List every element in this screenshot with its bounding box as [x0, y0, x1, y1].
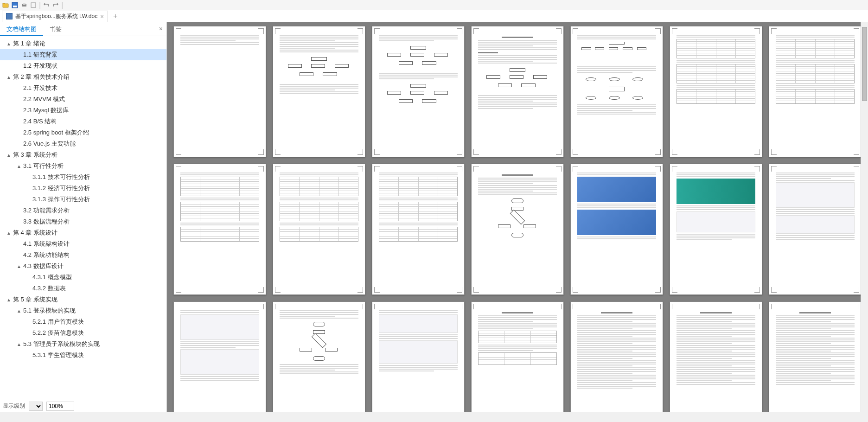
level-select[interactable] — [29, 402, 43, 411]
outline-item[interactable]: 3.2 功能需求分析 — [0, 205, 166, 216]
new-tab-button[interactable]: + — [110, 11, 121, 22]
outline-item[interactable]: ▲第 3 章 系统分析 — [0, 149, 166, 160]
page-thumbnail[interactable] — [670, 164, 762, 295]
outline-item[interactable]: 4.3.1 概念模型 — [0, 272, 166, 283]
page-thumbnail[interactable] — [372, 301, 465, 412]
page-thumbnail[interactable] — [769, 26, 862, 157]
page-thumbnail[interactable] — [471, 26, 564, 157]
save-icon[interactable] — [11, 1, 19, 9]
outline-item[interactable]: 3.1.3 操作可行性分析 — [0, 194, 166, 205]
outline-item[interactable]: ▲第 5 章 系统实现 — [0, 294, 166, 305]
outline-item[interactable]: 1.2 开发现状 — [0, 60, 166, 71]
page-thumbnail[interactable] — [173, 301, 266, 412]
page-thumbnail[interactable] — [273, 26, 365, 157]
sidebar-close-icon[interactable]: × — [159, 25, 163, 32]
zoom-input[interactable] — [46, 402, 74, 411]
outline-item[interactable]: 2.2 MVVM 模式 — [0, 94, 166, 105]
tab-close-icon[interactable]: × — [100, 13, 104, 20]
page-thumbnail[interactable] — [570, 301, 663, 412]
outline-item[interactable]: 2.6 Vue.js 主要功能 — [0, 138, 166, 149]
outline-item[interactable]: 5.2.2 疫苗信息模块 — [0, 327, 166, 339]
outline-item[interactable]: 3.1.1 技术可行性分析 — [0, 172, 166, 183]
outline-item[interactable]: 4.2 系统功能结构 — [0, 249, 166, 261]
outline-item[interactable]: 2.1 开发技术 — [0, 83, 166, 94]
sidebar-footer: 显示级别 — [0, 400, 166, 412]
vertical-scrollbar[interactable] — [861, 22, 868, 412]
outline-item[interactable]: 1.1 研究背景 — [0, 49, 166, 60]
page-thumbnail[interactable] — [570, 164, 663, 295]
page-thumbnail[interactable] — [570, 26, 663, 157]
outline-sidebar: 文档结构图 书签 × ▲第 1 章 绪论1.1 研究背景1.2 开发现状▲第 2… — [0, 22, 167, 412]
page-thumbnail[interactable] — [670, 26, 762, 157]
page-thumbnail[interactable] — [769, 301, 862, 412]
page-thumbnail[interactable] — [670, 301, 762, 412]
preview-icon[interactable] — [30, 1, 37, 9]
outline-tree: ▲第 1 章 绪论1.1 研究背景1.2 开发现状▲第 2 章 相关技术介绍2.… — [0, 36, 166, 400]
main-toolbar: | | — [0, 0, 868, 10]
page-thumbnail[interactable] — [372, 26, 465, 157]
doc-icon — [6, 13, 13, 19]
outline-item[interactable]: ▲3.1 可行性分析 — [0, 160, 166, 172]
file-tabs-bar: 基于springboo...服务系统 LW.doc × + — [0, 10, 868, 22]
outline-item[interactable]: 3.3 数据流程分析 — [0, 216, 166, 227]
sidebar-tabs: 文档结构图 书签 × — [0, 22, 166, 36]
svg-rect-1 — [13, 6, 17, 7]
undo-icon[interactable] — [43, 1, 50, 9]
scrollbar-thumb[interactable] — [862, 27, 867, 101]
outline-item[interactable]: ▲4.3 数据库设计 — [0, 261, 166, 272]
outline-item[interactable]: 2.5 spring boot 框架介绍 — [0, 127, 166, 138]
outline-item[interactable]: ▲5.3 管理员子系统模块的实现 — [0, 339, 166, 350]
outline-item[interactable]: ▲第 2 章 相关技术介绍 — [0, 71, 166, 83]
outline-item[interactable]: 5.2.1 用户首页模块 — [0, 316, 166, 327]
outline-item[interactable]: ▲第 4 章 系统设计 — [0, 227, 166, 238]
outline-item[interactable]: 2.4 B/S 结构 — [0, 116, 166, 127]
file-tab-active[interactable]: 基于springboo...服务系统 LW.doc × — [2, 11, 108, 22]
outline-item[interactable]: 4.1 系统架构设计 — [0, 238, 166, 249]
outline-item[interactable]: ▲第 1 章 绪论 — [0, 38, 166, 49]
folder-open-icon[interactable] — [2, 1, 9, 9]
outline-item[interactable]: 4.3.2 数据表 — [0, 283, 166, 294]
page-thumbnail[interactable] — [273, 301, 365, 412]
page-thumbnail[interactable] — [769, 164, 862, 295]
page-thumbnail[interactable] — [471, 301, 564, 412]
status-bar — [0, 412, 868, 422]
svg-rect-3 — [23, 3, 26, 5]
page-thumbnail[interactable] — [471, 164, 564, 295]
outline-item[interactable]: ▲5.1 登录模块的实现 — [0, 305, 166, 316]
file-tab-title: 基于springboo...服务系统 LW.doc — [15, 13, 97, 20]
page-thumbnail[interactable] — [173, 26, 266, 157]
page-thumbnail[interactable] — [372, 164, 465, 295]
outline-item[interactable]: 2.3 Mysql 数据库 — [0, 105, 166, 116]
outline-item[interactable]: 3.1.2 经济可行性分析 — [0, 183, 166, 194]
tab-bookmark[interactable]: 书签 — [43, 22, 68, 36]
svg-rect-4 — [31, 3, 36, 7]
page-thumbnail[interactable] — [273, 164, 365, 295]
tab-outline[interactable]: 文档结构图 — [0, 22, 43, 36]
page-thumbnail[interactable] — [173, 164, 266, 295]
print-icon[interactable] — [20, 1, 28, 9]
redo-icon[interactable] — [52, 1, 59, 9]
page-thumbnails-area[interactable] — [167, 22, 868, 412]
level-label: 显示级别 — [3, 402, 25, 410]
outline-item[interactable]: 5.3.1 学生管理模块 — [0, 350, 166, 361]
